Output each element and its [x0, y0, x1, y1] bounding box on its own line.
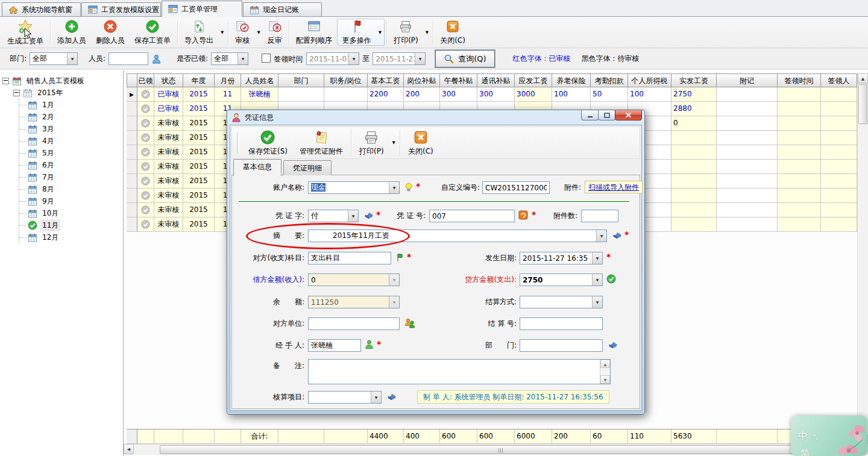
vertical-scroll-thumb[interactable]	[858, 84, 867, 124]
collapse-icon[interactable]	[2, 78, 9, 84]
column-header-sign_time[interactable]: 签领时间	[778, 73, 821, 87]
scroll-left-icon[interactable]: ◀	[124, 444, 134, 454]
print-button[interactable]: 打印(P)	[389, 17, 423, 47]
ime-toolbar[interactable]: 中°, 简	[791, 416, 867, 456]
column-header-sel[interactable]	[127, 73, 137, 87]
ime-simplified-indicator[interactable]: 简	[800, 448, 810, 456]
column-header-pension[interactable]: 养老保险	[552, 73, 591, 87]
column-header-lunch[interactable]: 午餐补贴	[440, 73, 477, 87]
column-header-month[interactable]: 月份	[215, 73, 241, 87]
vertical-scrollbar[interactable]: ▲ ▼	[857, 73, 868, 445]
blue-book-icon[interactable]	[386, 392, 397, 401]
column-header-name[interactable]: 人员姓名	[241, 73, 278, 87]
dialog-title-bar[interactable]: 凭证信息	[230, 110, 642, 125]
configure-columns-button[interactable]: 配置列顺序	[291, 17, 337, 47]
delete-person-button[interactable]: 删除人员	[91, 17, 130, 47]
accounting-item-select[interactable]: ▼	[308, 391, 382, 404]
tree-item-month-3月[interactable]: 213月	[19, 123, 123, 135]
tree-item-month-1月[interactable]: 211月	[19, 99, 123, 111]
more-actions-dropdown-arrow[interactable]: ▼	[376, 30, 384, 35]
people-pair-icon[interactable]	[404, 318, 415, 328]
table-row[interactable]: ▶已审核201511张晓楠220020030030030001005010027…	[127, 87, 857, 102]
blue-book-icon[interactable]	[612, 231, 622, 240]
unaudit-button[interactable]: 反审	[263, 17, 287, 47]
save-voucher-button[interactable]: 保存凭证(S)	[242, 127, 294, 158]
blue-person-icon[interactable]	[152, 54, 161, 64]
column-header-status[interactable]: 状态	[154, 73, 183, 87]
column-header-position[interactable]: 职务/岗位	[324, 73, 368, 87]
settle-method-select[interactable]: ▼	[520, 296, 603, 308]
tree-root-salary-template[interactable]: 销售人员工资模板	[0, 75, 123, 87]
tab-payslip-management[interactable]: 工资单管理	[162, 1, 242, 17]
blue-book-icon[interactable]	[608, 340, 618, 349]
tree-item-month-2月[interactable]: 212月	[19, 111, 123, 123]
sign-time-checkbox[interactable]: 签领时间	[262, 54, 303, 64]
tree-item-month-10月[interactable]: 2110月	[19, 207, 123, 219]
settle-no-input[interactable]	[520, 317, 603, 330]
tree-item-month-9月[interactable]: 219月	[19, 195, 123, 207]
dialog-close-button[interactable]: 关闭(C)	[402, 127, 439, 158]
column-header-attend[interactable]: 考勤扣款	[591, 73, 628, 87]
handler-input[interactable]	[308, 339, 361, 352]
attach-count-input[interactable]	[581, 210, 618, 222]
voucher-word-select[interactable]: 付▼	[308, 210, 359, 222]
print-dropdown-arrow[interactable]: ▼	[423, 30, 431, 35]
textarea-scrollbar[interactable]: ▲▼	[600, 360, 610, 384]
column-header-note[interactable]: 附记	[717, 73, 778, 87]
column-header-year[interactable]: 年度	[183, 73, 215, 87]
dialog-print-dropdown-arrow[interactable]: ▼	[390, 140, 398, 145]
dept-select[interactable]: 全部▼	[30, 52, 78, 65]
dept-input[interactable]	[520, 339, 603, 352]
import-export-dropdown-arrow[interactable]: ▼	[218, 30, 226, 35]
tree-item-month-12月[interactable]: 2112月	[19, 231, 123, 243]
audit-button[interactable]: 审核	[230, 17, 254, 47]
scroll-up-icon[interactable]: ▲	[858, 73, 868, 84]
green-flag-icon[interactable]	[395, 253, 404, 262]
occur-date-select[interactable]: 2015-11-27 16:35▼	[520, 252, 603, 264]
save-payslip-button[interactable]: 保存工资单	[130, 17, 175, 47]
close-button[interactable]: 关闭(C)	[435, 17, 470, 47]
dialog-print-button[interactable]: 打印(P)	[353, 127, 390, 158]
collapse-icon[interactable]	[13, 90, 20, 96]
column-header-base[interactable]: 基本工资	[368, 73, 404, 87]
ime-language-indicator[interactable]: 中°,	[798, 430, 818, 443]
column-header-signer[interactable]: 签领人	[821, 73, 857, 87]
date-to-select[interactable]: 2015-11-27▼	[373, 52, 426, 65]
tree-year-2015[interactable]: 21 2015年	[0, 87, 123, 99]
query-button[interactable]: 查询(Q)	[435, 50, 494, 67]
tree-item-month-4月[interactable]: 214月	[19, 135, 123, 147]
column-header-signed[interactable]: 已领	[137, 73, 154, 87]
close-window-icon[interactable]	[615, 110, 642, 120]
date-from-select[interactable]: 2015-11-01▼	[306, 52, 359, 65]
audit-dropdown-arrow[interactable]: ▼	[254, 30, 262, 35]
tree-item-month-6月[interactable]: 216月	[19, 159, 123, 171]
custom-no-input[interactable]	[482, 181, 550, 194]
add-person-button[interactable]: 添加人员	[52, 17, 91, 47]
scan-import-attachment-link[interactable]: 扫描或导入附件	[585, 181, 643, 193]
column-header-gross[interactable]: 应发工资	[515, 73, 552, 87]
column-header-comm[interactable]: 通讯补贴	[477, 73, 515, 87]
counter-subject-input[interactable]	[308, 252, 391, 264]
tree-item-month-7月[interactable]: 217月	[19, 171, 123, 183]
column-header-dept[interactable]: 部门	[278, 73, 324, 87]
tab-voucher-detail[interactable]: 凭证明细	[283, 160, 332, 175]
tree-item-month-8月[interactable]: 218月	[19, 183, 123, 195]
column-header-tax[interactable]: 个人所得税	[628, 73, 671, 87]
import-export-button[interactable]: 导入导出	[180, 17, 218, 47]
remark-textarea[interactable]: ▲▼	[308, 359, 611, 384]
horizontal-scroll-thumb[interactable]	[160, 445, 842, 454]
signed-select[interactable]: 全部▼	[211, 52, 248, 65]
person-input[interactable]	[108, 52, 148, 65]
tree-item-month-5月[interactable]: 215月	[19, 147, 123, 159]
horizontal-scrollbar[interactable]: ◀ ▶	[124, 444, 858, 455]
counter-unit-input[interactable]	[308, 317, 400, 330]
tab-basic-info[interactable]: 基本信息	[233, 159, 281, 176]
manage-attachments-button[interactable]: 管理凭证附件	[294, 127, 349, 158]
blue-book-icon[interactable]	[363, 211, 374, 220]
column-header-post[interactable]: 岗位补贴	[404, 73, 440, 87]
green-person-icon[interactable]	[365, 340, 373, 349]
voucher-no-input[interactable]	[429, 210, 515, 222]
tree-item-month-11月[interactable]: 11月	[19, 219, 123, 231]
column-header-net[interactable]: 实发工资	[671, 73, 717, 87]
orange-refresh-icon[interactable]	[518, 210, 528, 220]
